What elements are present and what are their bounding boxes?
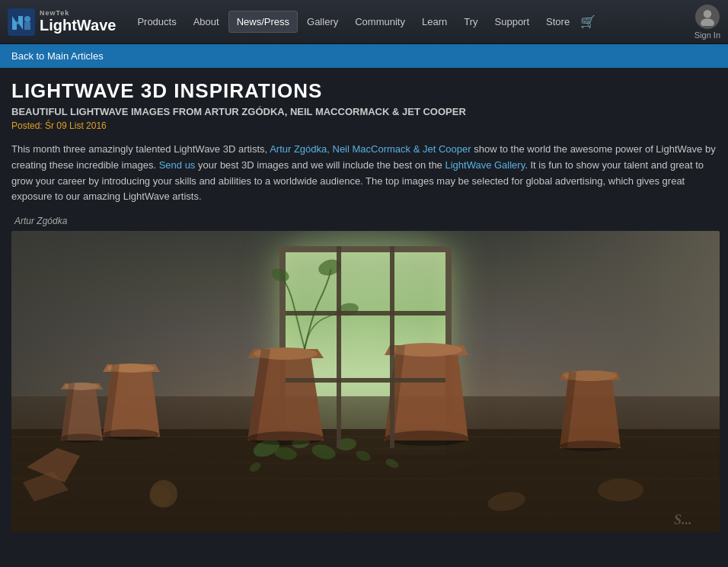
send-us-link[interactable]: Send us: [159, 159, 196, 171]
sign-in-label: Sign In: [694, 30, 720, 40]
back-bar: Back to Main Articles: [0, 44, 728, 68]
nav-store[interactable]: Store: [538, 11, 577, 32]
pots-scene: S...: [11, 231, 720, 532]
svg-point-29: [103, 429, 159, 440]
article-title: LightWave 3D Inspirations: [11, 79, 717, 103]
svg-point-41: [149, 485, 171, 507]
nav-gallery[interactable]: Gallery: [299, 11, 346, 32]
nav-about[interactable]: About: [186, 11, 227, 32]
nav-try[interactable]: Try: [456, 11, 485, 32]
artists-link[interactable]: Artur Zgódka, Neil MacCormack & Jet Coop…: [270, 143, 471, 155]
nav-links: Products About News/Press Gallery Commun…: [129, 11, 686, 33]
artist-label: Artur Zgódka: [11, 216, 717, 226]
nav-newspress[interactable]: News/Press: [228, 11, 298, 33]
svg-point-43: [598, 479, 643, 501]
logo-newtek-label: NewTek: [40, 10, 116, 18]
article-date: Posted: Śr 09 List 2016: [11, 120, 717, 131]
nav-products[interactable]: Products: [129, 11, 184, 32]
sign-in-area[interactable]: Sign In: [694, 5, 720, 40]
article-body: This month three amazingly talented Ligh…: [11, 142, 717, 205]
newtek-logo-icon: [8, 8, 35, 36]
svg-point-1: [24, 16, 30, 22]
person-icon: [698, 8, 717, 26]
svg-point-33: [385, 431, 468, 446]
svg-text:S...: S...: [674, 512, 692, 527]
cart-icon[interactable]: 🛒: [580, 14, 595, 29]
nav-community[interactable]: Community: [347, 11, 413, 32]
svg-point-2: [704, 10, 712, 18]
featured-image: S...: [11, 231, 720, 532]
gallery-link[interactable]: LightWave Gallery: [445, 159, 525, 171]
back-to-articles-link[interactable]: Back to Main Articles: [11, 50, 104, 62]
svg-point-38: [337, 302, 359, 318]
navbar: NewTek LightWave Products About News/Pre…: [0, 0, 728, 44]
nav-support[interactable]: Support: [487, 11, 538, 32]
logo-text: NewTek LightWave: [40, 10, 116, 34]
logo-area[interactable]: NewTek LightWave: [8, 8, 116, 36]
body-text-1: This month three amazingly talented Ligh…: [11, 143, 270, 155]
article-content: LightWave 3D Inspirations Beautiful Ligh…: [0, 68, 728, 547]
svg-point-37: [270, 267, 291, 284]
svg-point-31: [247, 431, 324, 445]
svg-point-36: [317, 258, 343, 278]
svg-point-27: [61, 434, 102, 443]
body-text-3: your best 3D images and we will include …: [195, 159, 445, 171]
svg-point-3: [701, 18, 714, 26]
article-subtitle: Beautiful LightWave Images from Artur Zg…: [11, 106, 717, 117]
svg-point-35: [560, 440, 621, 451]
user-avatar: [695, 5, 720, 29]
logo-lightwave-label: LightWave: [40, 17, 116, 34]
nav-learn[interactable]: Learn: [414, 11, 455, 32]
